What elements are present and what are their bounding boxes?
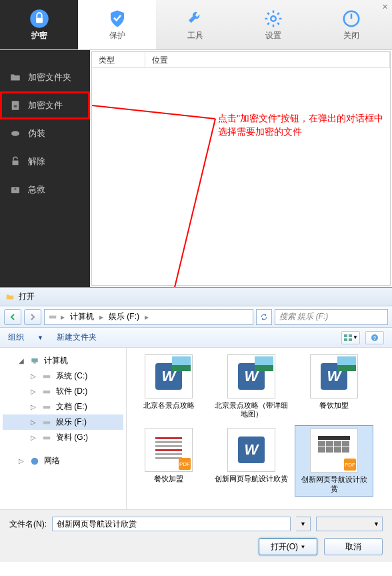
tree-label: 文档 (E:) <box>56 401 87 412</box>
tree-label: 软件 (D:) <box>56 386 87 397</box>
drive-icon <box>41 433 52 443</box>
nav-back-button[interactable] <box>4 309 21 325</box>
dialog-footer: 文件名(N): ▼ ▼ 打开(O) ▼ 取消 <box>0 509 392 562</box>
sidebar-item-label: 加密文件 <box>28 99 63 111</box>
file-item[interactable]: PDF 餐饮加盟 <box>129 425 208 496</box>
expand-icon[interactable]: ▷ <box>31 372 37 380</box>
collapse-icon[interactable]: ◢ <box>19 357 25 364</box>
expand-icon[interactable]: ▷ <box>31 434 37 441</box>
file-thumb: W <box>145 354 193 398</box>
crumb-drive[interactable]: 娱乐 (F:) <box>106 311 142 322</box>
app-toolbar: ✕ 护密 保护 工具 设置 关闭 <box>0 0 392 50</box>
photo-icon <box>172 356 191 371</box>
dialog-nav: ▸ 计算机 ▸ 娱乐 (F:) ▸ 搜索 娱乐 (F:) <box>0 306 392 328</box>
power-icon <box>341 9 361 29</box>
search-input[interactable]: 搜索 娱乐 (F:) <box>275 309 388 325</box>
mask-icon <box>9 127 21 139</box>
toolbar-label: 保护 <box>109 30 125 41</box>
svg-rect-6 <box>14 105 17 107</box>
tree-drive-g[interactable]: ▷资料 (G:) <box>3 430 123 445</box>
tree-network[interactable]: ▷网络 <box>3 453 123 469</box>
filetype-dropdown[interactable]: ▼ <box>316 517 383 531</box>
svg-rect-13 <box>344 334 347 337</box>
file-label: 餐饮加盟 <box>154 475 183 483</box>
sidebar-item-label: 加密文件夹 <box>28 71 71 83</box>
tree-label: 资料 (G:) <box>56 432 88 443</box>
expand-icon[interactable]: ▷ <box>19 457 25 465</box>
network-icon <box>29 457 40 466</box>
tree-drive-e[interactable]: ▷文档 (E:) <box>3 399 123 414</box>
file-item[interactable]: W 北京各景点攻略 <box>129 352 208 421</box>
photo-icon <box>255 356 273 371</box>
folder-icon <box>9 71 21 83</box>
tree-label: 计算机 <box>44 355 68 366</box>
drive-icon <box>41 372 52 381</box>
sidebar-item-label: 伪装 <box>28 127 45 139</box>
crumb-computer[interactable]: 计算机 <box>67 311 97 322</box>
tree-drive-c[interactable]: ▷系统 (C:) <box>3 368 123 384</box>
file-item[interactable]: W 创新网页导航设计欣赏 <box>212 425 291 496</box>
tree-label: 娱乐 (F:) <box>56 416 87 428</box>
sidebar-item-rescue[interactable]: 急救 <box>0 176 90 204</box>
expand-icon[interactable]: ▷ <box>31 403 37 410</box>
organize-menu[interactable]: 组织 <box>8 332 24 343</box>
col-type[interactable]: 类型 <box>92 52 145 67</box>
word-icon: W <box>238 437 265 463</box>
folder-open-icon <box>5 292 15 302</box>
svg-rect-20 <box>33 362 36 363</box>
help-button[interactable]: ? <box>365 331 384 344</box>
file-item[interactable]: W 餐饮加盟 <box>295 352 373 421</box>
toolbar-settings[interactable]: 设置 <box>234 0 312 49</box>
folder-tree: ◢ 计算机 ▷系统 (C:) ▷软件 (D:) ▷文档 (E:) ▷娱乐 (F:… <box>0 348 127 509</box>
expand-icon[interactable]: ▷ <box>31 418 37 426</box>
dialog-titlebar: 打开 <box>0 288 392 306</box>
svg-rect-23 <box>43 406 51 408</box>
file-item-selected[interactable]: PDF 创新网页导航设计欣赏 <box>295 425 373 496</box>
breadcrumb[interactable]: ▸ 计算机 ▸ 娱乐 (F:) ▸ <box>44 309 253 325</box>
sidebar-item-remove[interactable]: 解除 <box>0 148 90 176</box>
tree-drive-d[interactable]: ▷软件 (D:) <box>3 384 123 399</box>
filename-input[interactable] <box>52 517 291 531</box>
svg-point-7 <box>11 131 19 136</box>
refresh-button[interactable] <box>256 309 272 325</box>
unlock-icon <box>9 156 21 168</box>
button-label: 打开(O) <box>271 541 298 553</box>
col-location[interactable]: 位置 <box>145 52 390 67</box>
svg-point-26 <box>31 457 39 465</box>
file-item[interactable]: W 北京景点攻略（带详细地图） <box>212 352 291 421</box>
pdf-badge-icon: PDF <box>344 459 356 471</box>
toolbar-label: 设置 <box>265 30 281 41</box>
file-thumb: W <box>227 428 275 472</box>
svg-rect-24 <box>43 421 51 424</box>
close-icon[interactable]: ✕ <box>382 3 388 11</box>
drive-icon <box>47 312 58 322</box>
sidebar-item-label: 解除 <box>28 156 45 168</box>
annotation-text: 点击"加密文件"按钮，在弹出的对话框中选择需要加密的文件 <box>218 112 385 138</box>
open-button[interactable]: 打开(O) ▼ <box>259 538 317 555</box>
toolbar-humi[interactable]: 护密 <box>0 0 78 49</box>
sidebar-item-encrypt-file[interactable]: 加密文件 <box>0 91 90 119</box>
svg-rect-22 <box>43 390 51 393</box>
file-thumb: W <box>227 354 275 398</box>
sidebar-item-encrypt-folder[interactable]: 加密文件夹 <box>0 63 90 91</box>
toolbar-protect[interactable]: 保护 <box>78 0 156 49</box>
toolbar-tools[interactable]: 工具 <box>156 0 234 49</box>
dialog-title: 打开 <box>19 291 35 302</box>
expand-icon[interactable]: ▷ <box>31 388 37 395</box>
new-folder-button[interactable]: 新建文件夹 <box>57 332 97 343</box>
nav-forward-button[interactable] <box>24 309 41 325</box>
cancel-button[interactable]: 取消 <box>324 538 383 555</box>
photo-icon <box>337 356 356 371</box>
filename-label: 文件名(N): <box>9 519 47 530</box>
filename-dropdown[interactable]: ▼ <box>296 517 311 531</box>
file-thumb: PDF <box>145 428 193 472</box>
tree-computer[interactable]: ◢ 计算机 <box>3 353 123 368</box>
svg-rect-1 <box>36 17 43 23</box>
file-label: 创新网页导航设计欣赏 <box>298 475 370 493</box>
file-grid: W 北京各景点攻略 W 北京景点攻略（带详细地图） W 餐饮加盟 PDF 餐饮加… <box>127 348 392 509</box>
view-mode-button[interactable]: ▼ <box>341 331 360 344</box>
svg-text:?: ? <box>373 335 376 340</box>
toolbar-close[interactable]: 关闭 <box>312 0 390 49</box>
tree-drive-f[interactable]: ▷娱乐 (F:) <box>3 414 123 430</box>
sidebar-item-disguise[interactable]: 伪装 <box>0 119 90 148</box>
